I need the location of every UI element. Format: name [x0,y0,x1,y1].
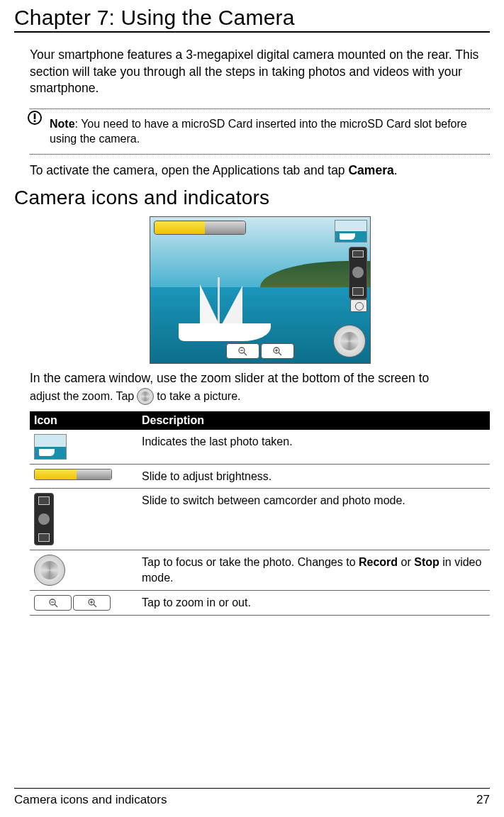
note-text: : You need to have a microSD Card insert… [50,118,467,145]
zoom-slider[interactable] [226,343,294,359]
col-icon: Icon [30,411,138,430]
last-photo-icon [34,434,67,460]
row3-mid: or [398,556,414,568]
zoom-desc-line1: In the camera window, use the zoom slide… [30,369,490,387]
table-row: Slide to adjust brightness. [30,464,490,489]
camera-bold: Camera [348,163,393,177]
row3-desc: Tap to focus or take the photo. Changes … [138,550,490,591]
shutter-icon [34,555,65,586]
last-photo-thumbnail[interactable] [335,220,367,243]
svg-line-14 [94,604,96,607]
record-bold: Record [359,556,398,568]
row3-pre: Tap to focus or take the photo. Changes … [142,556,359,568]
svg-rect-2 [34,120,36,122]
svg-rect-1 [34,113,36,119]
table-row: Tap to focus or take the photo. Changes … [30,550,490,591]
table-row: Tap to zoom in or out. [30,591,490,616]
zoom-desc-tap: Tap [116,388,134,404]
row1-desc: Slide to adjust brightness. [138,464,490,489]
row0-desc: Indicates the last photo taken. [138,430,490,465]
row4-desc: Tap to zoom in or out. [138,591,490,616]
table-row: Indicates the last photo taken. [30,430,490,465]
table-row: Slide to switch between camcorder and ph… [30,489,490,550]
shutter-button[interactable] [333,325,366,357]
zoom-desc-line2c: to take a picture. [157,388,240,404]
brightness-slider[interactable] [154,221,246,235]
row2-desc: Slide to switch between camcorder and ph… [138,489,490,550]
section-title: Camera icons and indicators [14,187,490,209]
camera-icon [352,287,364,296]
page-footer: Camera icons and indicators 27 [14,788,490,817]
brightness-icon [34,469,112,480]
activate-text: To activate the camera, open the Applica… [30,163,490,178]
mode-switch[interactable] [349,247,367,299]
mode-switch-icon [34,493,54,545]
icon-table: Icon Description Indicates the last phot… [30,411,490,616]
activate-pre: To activate the camera, open the Applica… [30,163,348,177]
alert-icon [27,110,45,126]
note-label: Note [50,118,75,130]
svg-line-11 [55,604,57,607]
col-desc: Description [138,411,490,430]
chapter-title: Chapter 7: Using the Camera [14,6,490,33]
intro-paragraph: Your smartphone features a 3-megapixel d… [30,47,490,97]
activate-post: . [394,163,398,177]
content-body: Your smartphone features a 3-megapixel d… [14,35,490,788]
svg-line-7 [279,352,281,355]
note-box: Note: You need to have a microSD Card in… [30,109,490,155]
svg-line-4 [244,352,247,355]
page-number: 27 [476,793,490,807]
zoom-description: In the camera window, use the zoom slide… [30,369,490,406]
zoom-desc-line2a: adjust the zoom. [30,388,113,404]
stop-bold: Stop [414,556,439,568]
shutter-icon [137,388,154,405]
zoom-icon [34,595,111,611]
camera-screenshot [150,216,371,364]
page: Chapter 7: Using the Camera Your smartph… [0,0,504,817]
photo-mode-icon [350,299,367,312]
camcorder-icon [352,250,364,257]
footer-section: Camera icons and indicators [14,793,167,807]
